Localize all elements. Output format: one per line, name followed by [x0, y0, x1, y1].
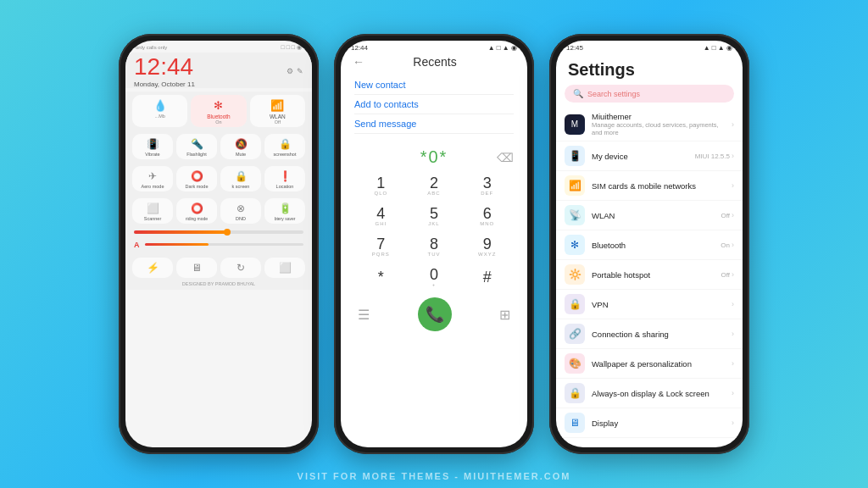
cast-toggle[interactable]: 🖥 [176, 258, 217, 278]
hotspot-name: Portable hotspot [592, 270, 714, 280]
battery-label: btery saver [275, 216, 296, 221]
font-icon: A [134, 241, 140, 249]
chevron-icon: › [732, 181, 734, 190]
dial-key-9[interactable]: 9 WXYZ [460, 231, 514, 262]
riding-toggle[interactable]: ⭕ riding mode [176, 198, 217, 224]
phone3-time: 12:45 [566, 44, 583, 52]
phone3-status-bar: 12:45 ▲ □ ▲ ◉ [556, 41, 743, 53]
settings-item-mydevice[interactable]: 📱 My device MIUI 12.5.5 › [556, 141, 743, 171]
lockscreen-icon: 🔒 [235, 170, 248, 182]
bluetooth-value: On [721, 241, 730, 249]
wallpaper-name: Wallpaper & personalization [592, 359, 725, 369]
aod-name: Always-on display & Lock screen [592, 389, 725, 398]
dial-key-3[interactable]: 3 DEF [460, 170, 514, 201]
dnd-toggle[interactable]: ⊗ DND [220, 198, 261, 224]
dnd-label: DND [236, 216, 246, 221]
phone2-time: 12:44 [351, 44, 368, 52]
vibrate-icon: 📳 [147, 138, 159, 150]
new-contact-link[interactable]: New contact [354, 75, 514, 95]
dial-key-1[interactable]: 1 QLO [354, 170, 408, 201]
bluetooth-status: On [215, 119, 221, 125]
back-button[interactable]: ← [353, 55, 364, 69]
dial-actions: ☰ 📞 ⊞ [341, 292, 527, 336]
aeromode-icon: ✈ [148, 170, 157, 182]
dial-key-8[interactable]: 8 TUV [408, 231, 461, 262]
quick-wlan-toggle[interactable]: 📶 WLAN Off [250, 95, 305, 127]
dial-key-5[interactable]: 5 JKL [408, 201, 461, 231]
settings-search-bar[interactable]: 🔍 Search settings [565, 85, 734, 103]
screenshot-icon: 🔒 [279, 138, 292, 150]
dial-key-7[interactable]: 7 PQRS [354, 231, 408, 262]
settings-item-wallpaper[interactable]: 🎨 Wallpaper & personalization › [556, 349, 743, 379]
rotate-toggle[interactable]: ↻ [220, 258, 261, 278]
aeromode-label: Aero mode [142, 184, 164, 189]
font-size-control[interactable]: A [125, 237, 312, 254]
dial-key-4[interactable]: 4 GHI [354, 201, 408, 231]
phone1-settings-icon[interactable]: ⚙ [287, 67, 293, 75]
aeromode-toggle[interactable]: ✈ Aero mode [132, 166, 173, 191]
mute-icon: 🔕 [235, 138, 248, 150]
dialer-display: *0* ⌫ [341, 139, 527, 170]
location-toggle[interactable]: ❗ Location [264, 166, 305, 191]
battery-icon: 🔋 [279, 202, 292, 214]
recents-links: New contact Add to contacts Send message [341, 70, 527, 139]
send-message-link[interactable]: Send message [354, 114, 514, 134]
settings-item-wlan[interactable]: 📡 WLAN Off › [556, 201, 743, 230]
dial-key-hash[interactable]: # [460, 262, 514, 292]
chevron-icon: › [732, 359, 734, 368]
extra-toggle[interactable]: ⬜ [264, 258, 305, 278]
flashlight-label: Flashlight [186, 152, 207, 157]
lockscreen-toggle[interactable]: 🔒 k screen [220, 166, 261, 191]
power-toggle[interactable]: ⚡ [132, 258, 173, 278]
chevron-icon: › [732, 270, 734, 279]
location-icon: ❗ [279, 170, 292, 182]
data-icon: 💧 [153, 99, 167, 112]
settings-item-sim[interactable]: 📶 SIM cards & mobile networks › [556, 171, 743, 201]
quick-data-toggle[interactable]: 💧 ...Mb [132, 95, 187, 127]
brightness-control[interactable] [125, 227, 312, 237]
dial-key-0[interactable]: 0 + [408, 262, 461, 292]
settings-item-bluetooth[interactable]: ✻ Bluetooth On › [556, 230, 743, 260]
phone-2: 12:44 ▲ □ ▲ ◉ ← Recents New contact Add … [334, 34, 534, 454]
call-button[interactable]: 📞 [418, 297, 452, 331]
flashlight-toggle[interactable]: 🔦 Flashlight [176, 134, 217, 159]
dial-key-6[interactable]: 6 MNO [460, 201, 514, 231]
mydevice-name: My device [592, 152, 688, 161]
vibrate-toggle[interactable]: 📳 Vibrate [132, 134, 173, 159]
settings-item-display[interactable]: 🖥 Display › [556, 408, 743, 438]
delete-button[interactable]: ⌫ [497, 151, 514, 164]
mute-toggle[interactable]: 🔕 Mute [220, 134, 261, 159]
bluetooth-label: Bluetooth [207, 114, 230, 119]
darkmode-toggle[interactable]: ⭕ Dark mode [176, 166, 217, 191]
settings-item-connection[interactable]: 🔗 Connection & sharing › [556, 319, 743, 349]
settings-list: M Miuithemer Manage accounts, cloud serv… [556, 108, 743, 438]
darkmode-label: Dark mode [186, 184, 209, 189]
dial-contacts-icon[interactable]: ⊞ [499, 307, 510, 323]
chevron-icon: › [732, 241, 734, 249]
settings-item-aod[interactable]: 🔒 Always-on display & Lock screen › [556, 379, 743, 408]
scanner-toggle[interactable]: ⬜ Scanner [132, 198, 173, 224]
screenshot-toggle[interactable]: 🔒 screenshot [264, 134, 305, 159]
dial-key-2[interactable]: 2 ABC [408, 170, 461, 201]
phone1-status-icons: □ □ □ ◉ [281, 44, 302, 51]
recents-title: Recents [371, 55, 515, 69]
settings-item-hotspot[interactable]: 🔆 Portable hotspot Off › [556, 260, 743, 290]
battery-toggle[interactable]: 🔋 btery saver [264, 198, 305, 224]
location-label: Location [276, 184, 294, 189]
chevron-icon: › [732, 300, 734, 308]
quick-bluetooth-toggle[interactable]: ✻ Bluetooth On [191, 95, 246, 127]
phone-3: 12:45 ▲ □ ▲ ◉ Settings 🔍 Search settings… [549, 34, 749, 454]
settings-item-vpn[interactable]: 🔒 VPN › [556, 290, 743, 319]
wlan-icon: 📡 [565, 205, 585, 225]
dial-key-star[interactable]: * [354, 262, 408, 292]
flashlight-icon: 🔦 [191, 138, 203, 150]
lockscreen-label: k screen [232, 184, 250, 189]
extra-icon: ⬜ [279, 262, 292, 274]
display-icon: 🖥 [565, 413, 585, 433]
bluetooth-icon: ✻ [214, 99, 223, 112]
phone1-edit-icon[interactable]: ✎ [297, 67, 303, 75]
dial-menu-icon[interactable]: ☰ [358, 307, 370, 323]
chevron-icon: › [732, 389, 734, 397]
add-to-contacts-link[interactable]: Add to contacts [354, 95, 514, 114]
settings-item-miuithemer[interactable]: M Miuithemer Manage accounts, cloud serv… [556, 108, 743, 141]
